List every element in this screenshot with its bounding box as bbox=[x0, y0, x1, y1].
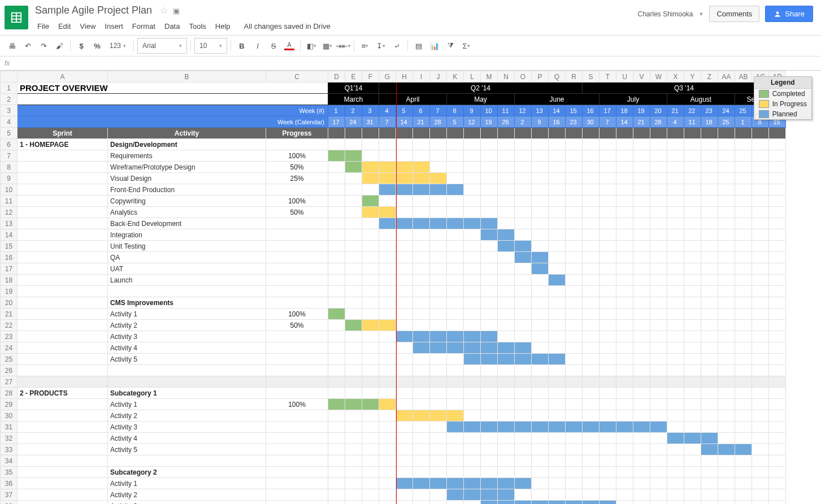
progress-value[interactable]: 100% bbox=[266, 150, 328, 162]
gantt-cell[interactable] bbox=[769, 489, 786, 501]
activity-label[interactable]: QA bbox=[108, 252, 266, 263]
gantt-cell[interactable] bbox=[718, 433, 735, 444]
gantt-cell[interactable] bbox=[718, 173, 735, 184]
gantt-cell[interactable] bbox=[328, 162, 345, 173]
gantt-cell[interactable] bbox=[328, 444, 345, 455]
gantt-cell[interactable] bbox=[481, 263, 498, 275]
gantt-cell[interactable] bbox=[701, 218, 718, 229]
gantt-cell[interactable] bbox=[769, 410, 786, 422]
gantt-cell[interactable] bbox=[667, 422, 684, 433]
gantt-cell[interactable] bbox=[600, 410, 616, 422]
gantt-cell[interactable] bbox=[532, 342, 549, 354]
redo-icon[interactable]: ↷ bbox=[36, 38, 51, 53]
column-header[interactable]: D bbox=[328, 71, 345, 82]
gantt-cell[interactable] bbox=[616, 422, 633, 433]
gantt-cell[interactable] bbox=[447, 207, 464, 218]
gantt-cell[interactable] bbox=[684, 354, 701, 365]
bold-icon[interactable]: B bbox=[234, 38, 249, 53]
gantt-cell[interactable] bbox=[701, 422, 718, 433]
activity-label[interactable]: Activity 5 bbox=[108, 444, 266, 455]
gantt-cell[interactable] bbox=[413, 229, 430, 241]
gantt-cell[interactable] bbox=[328, 309, 345, 320]
gantt-cell[interactable] bbox=[498, 320, 515, 331]
gantt-cell[interactable] bbox=[345, 173, 362, 184]
gantt-cell[interactable] bbox=[549, 263, 566, 275]
gantt-cell[interactable] bbox=[650, 320, 667, 331]
gantt-cell[interactable] bbox=[769, 229, 786, 241]
gantt-cell[interactable] bbox=[464, 207, 481, 218]
gantt-cell[interactable] bbox=[583, 241, 600, 252]
gantt-cell[interactable] bbox=[430, 489, 447, 501]
gantt-cell[interactable] bbox=[362, 173, 379, 184]
gantt-cell[interactable] bbox=[769, 309, 786, 320]
gantt-cell[interactable] bbox=[735, 501, 752, 505]
gantt-cell[interactable] bbox=[498, 241, 515, 252]
row-header[interactable]: 33 bbox=[1, 444, 18, 455]
gantt-cell[interactable] bbox=[769, 444, 786, 455]
gantt-cell[interactable] bbox=[515, 354, 532, 365]
gantt-cell[interactable] bbox=[616, 252, 633, 263]
gantt-cell[interactable] bbox=[345, 342, 362, 354]
gantt-cell[interactable] bbox=[515, 162, 532, 173]
gantt-cell[interactable] bbox=[667, 263, 684, 275]
gantt-cell[interactable] bbox=[362, 331, 379, 342]
currency-icon[interactable]: $ bbox=[74, 38, 89, 53]
gantt-cell[interactable] bbox=[328, 399, 345, 410]
gantt-cell[interactable] bbox=[600, 207, 616, 218]
gantt-cell[interactable] bbox=[464, 422, 481, 433]
gantt-cell[interactable] bbox=[718, 399, 735, 410]
gantt-cell[interactable] bbox=[430, 331, 447, 342]
gantt-cell[interactable] bbox=[379, 342, 396, 354]
gantt-cell[interactable] bbox=[345, 150, 362, 162]
gantt-cell[interactable] bbox=[532, 195, 549, 207]
gantt-cell[interactable] bbox=[481, 173, 498, 184]
gantt-cell[interactable] bbox=[481, 478, 498, 489]
wrap-icon[interactable]: ⤶ bbox=[389, 38, 404, 53]
activity-label[interactable]: Integration bbox=[108, 229, 266, 241]
row-header[interactable]: 17 bbox=[1, 263, 18, 275]
gantt-cell[interactable] bbox=[464, 354, 481, 365]
gantt-cell[interactable] bbox=[345, 478, 362, 489]
progress-value[interactable] bbox=[266, 252, 328, 263]
gantt-cell[interactable] bbox=[396, 399, 413, 410]
gantt-cell[interactable] bbox=[616, 399, 633, 410]
gantt-cell[interactable] bbox=[532, 433, 549, 444]
gantt-cell[interactable] bbox=[481, 354, 498, 365]
gantt-cell[interactable] bbox=[498, 478, 515, 489]
gantt-cell[interactable] bbox=[583, 150, 600, 162]
progress-value[interactable]: 100% bbox=[266, 309, 328, 320]
gantt-cell[interactable] bbox=[498, 263, 515, 275]
gantt-cell[interactable] bbox=[379, 263, 396, 275]
gantt-cell[interactable] bbox=[650, 195, 667, 207]
formula-bar[interactable]: fx bbox=[0, 57, 821, 71]
gantt-cell[interactable] bbox=[515, 241, 532, 252]
gantt-cell[interactable] bbox=[396, 184, 413, 195]
gantt-cell[interactable] bbox=[600, 173, 616, 184]
gantt-cell[interactable] bbox=[498, 433, 515, 444]
gantt-cell[interactable] bbox=[379, 444, 396, 455]
gantt-cell[interactable] bbox=[464, 218, 481, 229]
gantt-cell[interactable] bbox=[515, 150, 532, 162]
gantt-cell[interactable] bbox=[447, 263, 464, 275]
gantt-cell[interactable] bbox=[566, 150, 583, 162]
gantt-cell[interactable] bbox=[667, 309, 684, 320]
gantt-cell[interactable] bbox=[650, 489, 667, 501]
gantt-cell[interactable] bbox=[379, 252, 396, 263]
gantt-cell[interactable] bbox=[701, 229, 718, 241]
gantt-cell[interactable] bbox=[633, 320, 650, 331]
gantt-cell[interactable] bbox=[566, 218, 583, 229]
row-header[interactable]: 38 bbox=[1, 501, 18, 505]
column-header[interactable]: W bbox=[650, 71, 667, 82]
gantt-cell[interactable] bbox=[430, 478, 447, 489]
gantt-cell[interactable] bbox=[633, 422, 650, 433]
gantt-cell[interactable] bbox=[379, 410, 396, 422]
gantt-cell[interactable] bbox=[633, 229, 650, 241]
gantt-cell[interactable] bbox=[532, 422, 549, 433]
gantt-cell[interactable] bbox=[616, 501, 633, 505]
activity-label[interactable]: Activity 5 bbox=[108, 354, 266, 365]
strikethrough-icon[interactable]: S bbox=[266, 38, 281, 53]
gantt-cell[interactable] bbox=[464, 433, 481, 444]
progress-value[interactable] bbox=[266, 489, 328, 501]
gantt-cell[interactable] bbox=[413, 162, 430, 173]
column-header[interactable]: Y bbox=[684, 71, 701, 82]
